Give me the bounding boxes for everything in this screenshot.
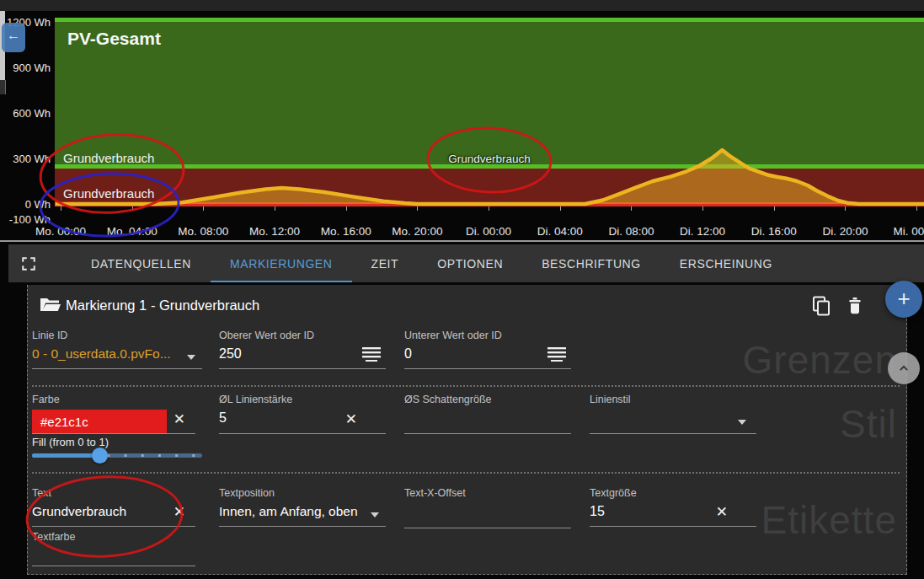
section-watermark-etikette: Etikette [761, 497, 897, 543]
field-textgroesse[interactable]: Textgröße 15 ✕ [590, 485, 756, 527]
select-id-icon[interactable] [362, 346, 381, 362]
y-axis-tick: 900 Wh [0, 62, 51, 74]
fullscreen-icon[interactable] [21, 256, 36, 271]
field-label: Textgröße [590, 485, 756, 499]
x-axis-tick: Mo. 12:00 [239, 225, 310, 238]
field-label: Text [32, 485, 195, 499]
field-schattengroesse[interactable]: ØS Schattengröße [404, 392, 571, 434]
field-label: Textfarbe [32, 529, 195, 543]
delete-markierung-button[interactable] [844, 295, 866, 317]
trash-icon [847, 296, 863, 316]
tab-erscheinung[interactable]: ERSCHEINUNG [660, 244, 792, 282]
fill-slider-track[interactable] [32, 453, 202, 458]
chart-title: PV-Gesamt [67, 29, 161, 49]
section-divider [32, 472, 900, 474]
marker-label-left-lower: Grundverbrauch [63, 186, 154, 201]
chart-panel-divider [0, 240, 924, 242]
unterer-wert-input[interactable]: 0 [404, 346, 571, 362]
tab-optionen[interactable]: OPTIONEN [418, 244, 522, 282]
x-axis-tick-mark [203, 206, 204, 211]
field-linienstil[interactable]: Linienstil [590, 392, 756, 434]
x-axis-tick-mark [702, 206, 703, 211]
field-text-x-offset[interactable]: Text-X-Offset [404, 485, 571, 528]
x-axis-tick: Mo. 00:00 [25, 225, 96, 238]
field-linienstaerke[interactable]: ØL Linienstärke 5 ✕ [219, 392, 386, 434]
x-axis-tick-mark [346, 206, 347, 211]
clear-linienstaerke-icon[interactable]: ✕ [345, 412, 357, 426]
tab-zeit[interactable]: ZEIT [352, 244, 419, 282]
x-axis-tick-mark [132, 206, 133, 211]
x-axis-tick-mark [489, 206, 489, 211]
chevron-down-icon[interactable] [371, 512, 379, 517]
y-axis-tick: 300 Wh [0, 153, 51, 165]
field-linie-id[interactable]: Linie ID 0 - 0_userdata.0.pvFo... [32, 328, 202, 369]
select-id-icon[interactable] [547, 346, 566, 362]
field-label: ØS Schattengröße [404, 392, 571, 405]
add-markierung-button[interactable]: + [885, 281, 922, 318]
field-label: Oberer Wert oder ID [219, 328, 386, 341]
linie-id-select[interactable]: 0 - 0_userdata.0.pvFo... [32, 346, 202, 362]
x-axis-tick-mark [631, 206, 632, 211]
clear-textgroesse-icon[interactable]: ✕ [716, 505, 728, 519]
y-axis-tick: -100 Wh [0, 213, 51, 226]
scroll-to-top-button[interactable] [888, 352, 920, 384]
x-axis-tick-mark [275, 206, 275, 211]
copy-icon [812, 296, 831, 316]
x-axis-tick-mark [61, 206, 61, 211]
arrow-left-icon: ← [7, 28, 20, 43]
app-window: ← PV-Gesamt Grundverbrauch Grundverbrauc… [0, 0, 924, 579]
x-axis-tick: Di. 04:00 [525, 225, 596, 238]
textposition-select[interactable]: Innen, am Anfang, oben [219, 504, 386, 519]
x-axis-tick: Mo. 20:00 [382, 225, 452, 238]
section-watermark-stil: Stil [840, 401, 897, 447]
x-axis-tick: Di. 00:00 [453, 225, 524, 238]
x-axis-tick: Di. 20:00 [809, 225, 880, 238]
back-button[interactable]: ← [2, 23, 25, 52]
oberer-wert-input[interactable]: 250 [219, 346, 386, 362]
tab-beschriftung[interactable]: BESCHRIFTUNG [522, 244, 660, 282]
markierung-title: Markierung 1 - Grundverbrauch [66, 298, 259, 314]
x-axis-tick: Mo. 04:00 [97, 225, 168, 238]
copy-markierung-button[interactable] [810, 295, 832, 317]
editor-tab-bar: DATENQUELLEN MARKIERUNGEN ZEIT OPTIONEN … [8, 244, 924, 282]
pv-curve [55, 17, 924, 206]
field-textfarbe[interactable]: Textfarbe [32, 529, 195, 566]
field-label: Unterer Wert oder ID [404, 328, 571, 341]
fill-slider-label: Fill (from 0 to 1) [32, 436, 209, 448]
x-axis-tick-mark [774, 206, 775, 211]
x-axis-tick: Mo. 16:00 [311, 225, 382, 238]
y-axis-tick: 0 Wh [0, 198, 51, 211]
clear-farbe-icon[interactable]: ✕ [174, 412, 185, 426]
linienstaerke-input[interactable]: 5 [219, 410, 386, 426]
x-axis-tick: Mi. 00:00 [881, 225, 924, 238]
tab-markierungen[interactable]: MARKIERUNGEN [211, 244, 352, 282]
section-watermark-grenzen: Grenzen [743, 337, 897, 383]
textgroesse-input[interactable]: 15 [590, 504, 756, 519]
field-farbe[interactable]: Farbe #e21c1c ✕ [32, 392, 195, 434]
field-label: Textposition [219, 485, 386, 499]
field-unterer-wert[interactable]: Unterer Wert oder ID 0 [404, 328, 571, 369]
field-oberer-wert[interactable]: Oberer Wert oder ID 250 [219, 328, 386, 369]
chevron-down-icon[interactable] [738, 420, 746, 425]
marker-label-left-upper: Grundverbrauch [63, 151, 154, 165]
tab-datenquellen[interactable]: DATENQUELLEN [72, 244, 211, 282]
x-axis-tick-mark [845, 206, 846, 211]
left-edge-notch [0, 80, 6, 94]
folder-open-icon [40, 297, 61, 314]
x-axis-tick: Di. 08:00 [596, 225, 666, 238]
clear-text-icon[interactable]: ✕ [174, 505, 185, 519]
x-axis-tick-mark [916, 206, 917, 211]
field-label: ØL Linienstärke [219, 392, 386, 405]
chart-plot-area[interactable]: PV-Gesamt Grundverbrauch Grundverbrauch … [55, 17, 924, 206]
field-text[interactable]: Text Grundverbrauch ✕ [32, 485, 195, 527]
chevron-down-icon[interactable] [187, 355, 195, 360]
field-label: Farbe [32, 392, 195, 405]
x-axis-tick: Di. 16:00 [739, 225, 809, 238]
chevron-up-icon [895, 360, 912, 377]
x-axis-tick: Di. 12:00 [667, 225, 738, 238]
plus-icon: + [897, 286, 910, 311]
field-textposition[interactable]: Textposition Innen, am Anfang, oben [219, 485, 386, 527]
farbe-swatch[interactable]: #e21c1c [32, 410, 167, 433]
text-input[interactable]: Grundverbrauch [32, 504, 195, 519]
field-label: Linie ID [32, 328, 202, 341]
